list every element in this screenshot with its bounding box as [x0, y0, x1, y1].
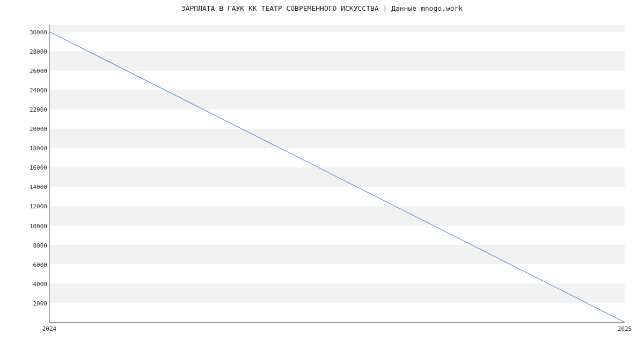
svg-rect-6: [50, 52, 625, 71]
x-tick-label: 2024: [42, 325, 57, 332]
y-tick-label: 28000: [15, 48, 47, 55]
y-tick-label: 12000: [15, 203, 47, 210]
svg-rect-7: [50, 25, 625, 32]
y-tick-label: 16000: [15, 164, 47, 171]
y-tick-label: 14000: [15, 184, 47, 191]
y-tick-label: 30000: [15, 28, 47, 35]
svg-rect-2: [50, 206, 625, 226]
y-tick-label: 26000: [15, 67, 47, 74]
chart-svg: [50, 25, 625, 322]
svg-rect-4: [50, 129, 625, 148]
x-tick-label: 2025: [618, 325, 632, 332]
y-tick-label: 22000: [15, 106, 47, 113]
grid-bands: [50, 25, 625, 303]
y-tick-label: 24000: [15, 86, 47, 93]
y-tick-label: 20000: [15, 126, 47, 133]
chart-title: ЗАРПЛАТА В ГАУК КК ТЕАТР СОВРЕМЕННОГО ИС…: [0, 0, 644, 12]
y-tick-label: 18000: [15, 145, 47, 152]
y-tick-label: 10000: [15, 222, 47, 229]
y-tick-label: 4000: [15, 280, 47, 287]
svg-rect-5: [50, 90, 625, 110]
y-tick-label: 2000: [15, 300, 47, 307]
plot-area: [49, 25, 625, 323]
svg-rect-1: [50, 245, 625, 264]
svg-rect-0: [50, 283, 625, 303]
y-tick-label: 8000: [15, 242, 47, 249]
y-tick-label: 6000: [15, 261, 47, 268]
